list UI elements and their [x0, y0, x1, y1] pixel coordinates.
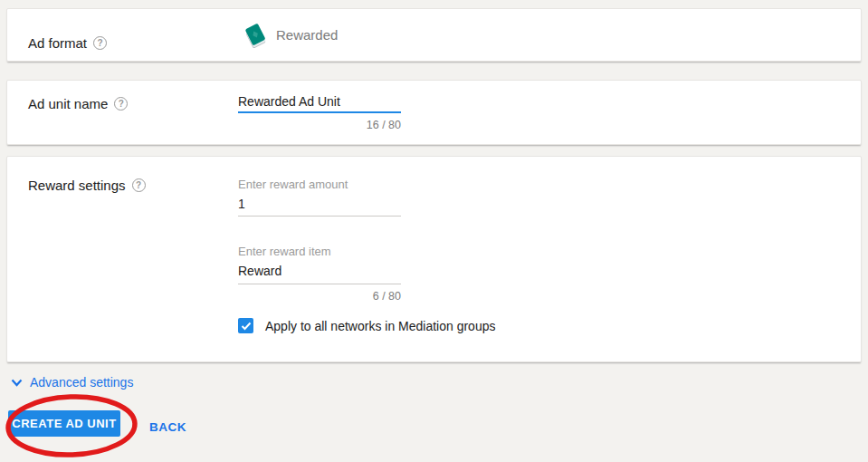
reward-item-value[interactable]: Reward [238, 264, 281, 278]
reward-item-label: Enter reward item [238, 245, 331, 258]
help-icon[interactable]: ? [93, 36, 107, 50]
ad-unit-name-char-counter: 16 / 80 [367, 119, 401, 131]
ad-unit-name-label: Ad unit name [28, 96, 108, 111]
chevron-down-icon [11, 379, 23, 387]
reward-amount-value[interactable]: 1 [238, 197, 245, 211]
ad-unit-name-field: 16 / 80 [238, 81, 401, 146]
reward-settings-label: Reward settings [28, 178, 126, 193]
ad-unit-name-input[interactable] [238, 94, 401, 109]
checkbox-checked-icon[interactable] [238, 318, 253, 333]
reward-settings-card: Reward settings ? Enter reward amount 1 … [6, 156, 862, 362]
ad-unit-name-input-underline [238, 111, 401, 113]
advanced-settings-label: Advanced settings [30, 375, 133, 390]
apply-all-networks-checkbox-row[interactable]: Apply to all networks in Mediation group… [238, 318, 495, 333]
help-icon[interactable]: ? [114, 97, 128, 111]
help-icon[interactable]: ? [132, 178, 146, 192]
reward-settings-label-row: Reward settings ? [28, 178, 146, 193]
apply-all-networks-label: Apply to all networks in Mediation group… [265, 319, 495, 333]
ad-unit-name-card: Ad unit name ? 16 / 80 [6, 80, 862, 145]
ad-format-label: Ad format [28, 35, 87, 51]
reward-amount-label: Enter reward amount [238, 178, 348, 191]
create-ad-unit-button[interactable]: CREATE AD UNIT [8, 410, 120, 437]
reward-item-underline [238, 284, 401, 284]
ad-format-card: Ad format ? Rewarded [6, 8, 862, 62]
ad-format-selected-value: Rewarded [276, 27, 338, 43]
reward-amount-underline [238, 216, 401, 217]
admob-create-ad-unit-page: { "colors": { "page_background": "#f3f2e… [0, 0, 868, 462]
ad-format-value: Rewarded [241, 21, 338, 48]
reward-item-char-counter: 6 / 80 [373, 290, 401, 303]
back-button[interactable]: BACK [149, 420, 186, 434]
ad-unit-name-label-row: Ad unit name ? [28, 96, 128, 111]
advanced-settings-toggle[interactable]: Advanced settings [11, 375, 133, 390]
ad-format-label-row: Ad format ? [28, 35, 107, 51]
rewarded-format-icon [241, 21, 268, 48]
